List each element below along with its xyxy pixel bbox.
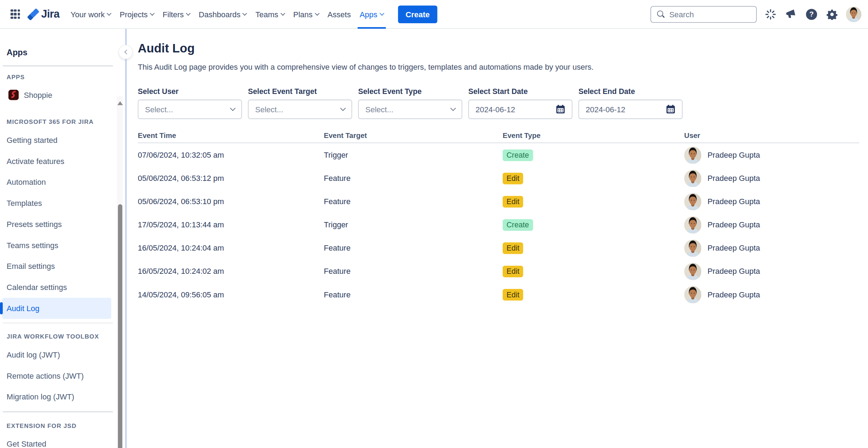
sidebar-item-audit-log[interactable]: Audit Log [2, 297, 111, 318]
event-target-cell: Trigger [324, 220, 503, 229]
sidebar-section-items: Shoppie [0, 84, 125, 106]
page-title: Audit Log [138, 42, 859, 56]
sidebar-section-header-extension-for-jsd: EXTENSION FOR JSD [7, 422, 125, 429]
date-input[interactable]: 2024-06-12 [578, 100, 683, 119]
sidebar-item-label: Audit Log [7, 304, 39, 313]
scrollbar-thumb[interactable] [118, 204, 122, 448]
chevron-down-icon [230, 106, 236, 111]
nav-item-label: Assets [328, 10, 351, 19]
calendar-icon [666, 105, 675, 114]
select-input[interactable]: Select... [358, 100, 463, 119]
nav-item-dashboards[interactable]: Dashboards [196, 0, 249, 28]
sidebar-item-teams-settings[interactable]: Teams settings [2, 234, 111, 255]
spinner-icon[interactable] [764, 7, 777, 21]
filter-value: 2024-06-12 [586, 105, 625, 114]
column-header-user: User [684, 131, 859, 140]
table-body: 07/06/2024, 10:32:05 am Trigger Create P… [138, 143, 859, 306]
user-avatar [684, 193, 702, 210]
nav-item-teams[interactable]: Teams [253, 0, 287, 28]
jira-logo-text: Jira [41, 8, 59, 20]
event-target-cell: Trigger [324, 151, 503, 159]
nav-item-label: Plans [293, 10, 313, 19]
column-header-event-target: Event Target [324, 131, 503, 140]
event-time-cell: 05/06/2024, 06:53:10 pm [138, 197, 324, 206]
search-input[interactable]: Search [650, 6, 757, 23]
help-icon[interactable]: ? [805, 7, 818, 21]
sidebar-item-presets-settings[interactable]: Presets settings [2, 213, 111, 234]
event-type-badge: Edit [503, 196, 523, 207]
sidebar-item-shoppie[interactable]: Shoppie [2, 84, 111, 106]
event-time-cell: 17/05/2024, 10:13:44 am [138, 220, 324, 229]
user-avatar[interactable] [846, 6, 861, 22]
sidebar-item-label: Getting started [7, 135, 57, 144]
sidebar-item-label: Templates [7, 198, 42, 207]
sidebar-item-email-settings[interactable]: Email settings [2, 255, 111, 277]
sidebar-title: Apps [0, 29, 125, 57]
filter-select-event-type: Select Event Type Select... [358, 87, 463, 119]
shoppie-app-icon [8, 90, 19, 100]
user-avatar [684, 170, 702, 187]
scrollbar-up-arrow-icon[interactable] [117, 101, 123, 105]
sidebar-collapse-button[interactable] [119, 45, 132, 59]
user-cell: Pradeep Gupta [684, 193, 859, 210]
nav-item-label: Filters [163, 10, 184, 19]
user-avatar [684, 239, 702, 257]
event-time-cell: 07/06/2024, 10:32:05 am [138, 151, 324, 159]
sidebar-item-audit-log-jwt[interactable]: Audit log (JWT) [2, 344, 111, 365]
filter-label: Select Start Date [468, 87, 573, 96]
select-input[interactable]: Select... [248, 100, 352, 119]
chevron-down-icon [450, 106, 456, 111]
nav-item-projects[interactable]: Projects [118, 0, 156, 28]
select-input[interactable]: Select... [138, 100, 242, 119]
sidebar-item-activate-features[interactable]: Activate features [2, 150, 111, 171]
sidebar-item-templates[interactable]: Templates [2, 193, 111, 214]
sidebar-section-items: Audit log (JWT)Remote actions (JWT)Migra… [0, 344, 125, 407]
sidebar-scrollbar[interactable] [117, 96, 123, 448]
user-cell: Pradeep Gupta [684, 146, 859, 164]
sidebar-item-automation[interactable]: Automation [2, 171, 111, 193]
sidebar-item-label: Get Started [7, 439, 46, 448]
chevron-down-icon [315, 11, 319, 15]
user-cell: Pradeep Gupta [684, 239, 859, 257]
nav-item-your-work[interactable]: Your work [68, 0, 113, 28]
nav-item-assets[interactable]: Assets [325, 0, 353, 28]
sidebar-item-label: Remote actions (JWT) [7, 371, 84, 380]
nav-item-filters[interactable]: Filters [161, 0, 192, 28]
sidebar-item-label: Automation [7, 177, 46, 186]
user-avatar [684, 146, 702, 164]
chevron-down-icon [107, 11, 112, 15]
app-switcher-icon[interactable] [11, 9, 20, 19]
sidebar-item-label: Teams settings [7, 240, 58, 249]
event-type-badge: Edit [503, 265, 523, 277]
date-input[interactable]: 2024-06-12 [468, 100, 573, 119]
table-row: 14/05/2024, 09:56:05 am Feature Edit Pra… [138, 283, 859, 306]
filter-select-event-target: Select Event Target Select... [248, 87, 352, 119]
nav-item-label: Apps [360, 10, 377, 19]
sidebar-item-migration-log-jwt[interactable]: Migration log (JWT) [2, 386, 111, 408]
nav-right: Search ? [650, 6, 861, 23]
chevron-down-icon [186, 11, 190, 15]
jira-logo[interactable]: Jira [27, 7, 59, 21]
sidebar: Apps APPSShoppieMICROSOFT 365 FOR JIRAGe… [0, 29, 127, 448]
settings-icon[interactable] [825, 7, 839, 21]
user-cell: Pradeep Gupta [684, 216, 859, 233]
user-name: Pradeep Gupta [707, 220, 760, 229]
sidebar-item-getting-started[interactable]: Getting started [2, 129, 111, 150]
jira-app: Jira Your workProjectsFiltersDashboardsT… [0, 0, 868, 448]
filter-value: Select... [255, 105, 283, 114]
filter-label: Select Event Type [358, 87, 463, 96]
search-placeholder: Search [669, 10, 694, 19]
nav-item-apps[interactable]: Apps [358, 0, 386, 28]
sidebar-section-header-microsoft-365-for-jira: MICROSOFT 365 FOR JIRA [7, 118, 125, 125]
sidebar-item-remote-actions-jwt[interactable]: Remote actions (JWT) [2, 365, 111, 386]
create-button[interactable]: Create [398, 5, 438, 23]
nav-item-plans[interactable]: Plans [291, 0, 321, 28]
user-cell: Pradeep Gupta [684, 263, 859, 280]
sidebar-item-calendar-settings[interactable]: Calendar settings [2, 277, 111, 298]
user-cell: Pradeep Gupta [684, 286, 859, 303]
chevron-down-icon [243, 11, 247, 15]
announcement-icon[interactable] [785, 7, 798, 21]
sidebar-item-get-started[interactable]: Get Started [2, 433, 111, 448]
sidebar-item-label: Shoppie [24, 90, 52, 99]
event-type-badge: Create [503, 219, 533, 231]
